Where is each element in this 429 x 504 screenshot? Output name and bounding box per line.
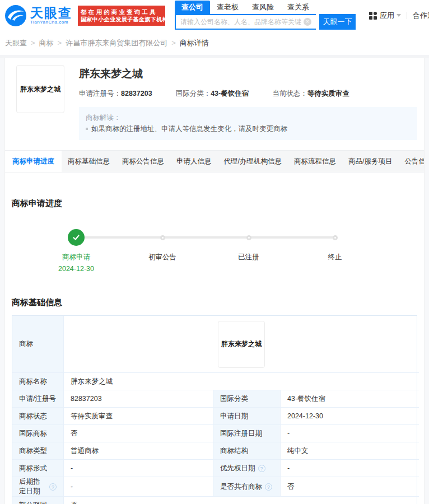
status-value: 等待实质审查 [307, 90, 349, 97]
row-label-name: 商标名称 [12, 373, 64, 390]
row-label-structure: 商标结构 [213, 442, 281, 460]
tab-goods-services[interactable]: 商品/服务项目 [342, 151, 398, 172]
top-header: 天眼查 TianYanCha.com 都在用的商业查询工具 国家中小企业发展子基… [0, 0, 429, 31]
trademark-image[interactable]: 胖东来梦之城 [218, 321, 265, 368]
breadcrumb: 天眼查 > 商标 > 许昌市胖东来商贸集团有限公司 > 商标详情 [0, 31, 429, 55]
row-value-intl-reg-date: - [281, 425, 419, 442]
breadcrumb-separator: > [31, 39, 35, 47]
step-label: 商标申请 [62, 253, 90, 262]
slogan-line2: 国家中小企业发展子基金旗下机构 [81, 16, 162, 24]
trademark-image-text: 胖东来梦之城 [221, 339, 262, 349]
tab-agency-info[interactable]: 代理/办理机构信息 [218, 151, 288, 172]
row-label-co-owned: 是否共有商标 [213, 477, 281, 497]
search-button[interactable]: 天眼一下 [319, 14, 356, 30]
trademark-image-text: 胖东来梦之城 [20, 85, 60, 94]
row-value-status: 等待实质审查 [64, 408, 213, 425]
step-circle-icon [333, 235, 338, 240]
basic-info-heading: 商标基础信息 [5, 297, 424, 308]
breadcrumb-separator: > [171, 39, 176, 47]
row-value-later-designation-date: - [64, 477, 213, 497]
cooperation-menu-label: 合作通道 [413, 11, 429, 21]
row-label-intl-reg-date: 国际注册日期 [213, 425, 281, 442]
row-label-type: 商标类型 [12, 442, 64, 460]
tianyancha-logo[interactable]: 天眼查 TianYanCha.com [4, 4, 72, 27]
note-body: 如果商标的注册地址、申请人等信息发生变化，请及时变更商标 [91, 123, 287, 134]
header-right-links: 应用 合作通道 企业 [363, 11, 429, 21]
basic-info-table: 商标 胖东来梦之城 商标名称 胖东来梦之城 申请/注册号 82837203 国际… [12, 315, 417, 504]
application-progress-section: 商标申请进度 商标申请 2024-12-30 初审公告 [5, 172, 424, 273]
row-value-name: 胖东来梦之城 [64, 373, 419, 390]
row-label-status: 商标状态 [12, 408, 64, 425]
tab-applicant-info[interactable]: 申请人信息 [170, 151, 218, 172]
page-title: 胖东来梦之城 [79, 67, 417, 81]
row-value-partial-rejection: 否 [64, 497, 419, 504]
row-value-trademark-image: 胖东来梦之城 [64, 316, 419, 373]
help-icon[interactable] [265, 483, 272, 491]
row-label-intl-trademark: 国际商标 [12, 425, 64, 442]
row-label-intl-class: 国际分类 [213, 390, 281, 408]
trademark-summary: 胖东来梦之城 胖东来梦之城 申请注册号：82837203 国际分类：43-餐饮住… [5, 58, 424, 150]
tab-gazette-info[interactable]: 公告信息 [398, 151, 424, 172]
content-card: 胖东来梦之城 胖东来梦之城 申请注册号：82837203 国际分类：43-餐饮住… [4, 58, 425, 504]
logo-text-en: TianYanCha.com [30, 20, 72, 25]
breadcrumb-home[interactable]: 天眼查 [5, 38, 27, 48]
row-label-later-designation-date: 后期指定日期 [12, 477, 64, 497]
tab-process-info[interactable]: 商标流程信息 [288, 151, 342, 172]
bullet-icon [86, 128, 88, 130]
status-label: 当前状态： [272, 90, 307, 97]
logo-text-cn: 天眼查 [30, 6, 72, 20]
row-label-apply-date: 申请日期 [213, 408, 281, 425]
step-registered: 已注册 [206, 229, 292, 273]
search-tabs: 查公司 查老板 查风险 查关系 [175, 1, 356, 14]
breadcrumb-company[interactable]: 许昌市胖东来商贸集团有限公司 [66, 38, 167, 48]
apps-menu[interactable]: 应用 [363, 11, 407, 21]
row-value-priority-date: - [281, 460, 419, 477]
summary-fields: 申请注册号：82837203 国际分类：43-餐饮住宿 当前状态：等待实质审查 [79, 89, 417, 99]
row-value-type: 普通商标 [64, 442, 213, 460]
trademark-image: 胖东来梦之城 [16, 65, 64, 113]
search-tab-relation[interactable]: 查关系 [281, 1, 316, 14]
breadcrumb-separator: > [58, 39, 62, 47]
search-tab-company[interactable]: 查公司 [175, 1, 210, 14]
row-value-intl-class: 43-餐饮住宿 [281, 390, 419, 408]
tab-application-progress[interactable]: 商标申请进度 [5, 151, 62, 172]
step-label: 初审公告 [148, 253, 176, 262]
step-circle-icon [160, 235, 165, 240]
row-value-intl-trademark: 否 [64, 425, 213, 442]
help-icon[interactable] [258, 465, 265, 472]
breadcrumb-current: 商标详情 [180, 38, 209, 48]
tab-basic-info[interactable]: 商标基础信息 [62, 151, 116, 172]
chevron-down-icon [397, 14, 401, 17]
progress-heading: 商标申请进度 [5, 198, 424, 209]
search-tab-boss[interactable]: 查老板 [210, 1, 245, 14]
row-value-reg-number: 82837203 [64, 390, 213, 408]
step-label: 终止 [328, 253, 342, 262]
step-trademark-application: 商标申请 2024-12-30 [33, 229, 119, 273]
row-value-form: - [64, 460, 213, 477]
step-circle-icon [246, 235, 251, 240]
row-label-trademark: 商标 [12, 316, 64, 373]
search-block: 查公司 查老板 查风险 查关系 天眼一下 [175, 1, 356, 30]
detail-tabbar: 商标申请进度 商标基础信息 商标公告信息 申请人信息 代理/办理机构信息 商标流… [5, 150, 424, 172]
clear-search-icon[interactable] [304, 18, 311, 26]
tab-announcement-info[interactable]: 商标公告信息 [116, 151, 170, 172]
basic-info-section: 商标基础信息 商标 胖东来梦之城 商标名称 胖东来梦之城 申请/注册号 8283… [5, 273, 424, 504]
step-date: 2024-12-30 [58, 265, 94, 273]
intl-class-value: 43-餐饮住宿 [211, 90, 249, 97]
breadcrumb-trademark[interactable]: 商标 [39, 38, 54, 48]
cooperation-menu[interactable]: 合作通道 [407, 11, 429, 21]
search-tab-risk[interactable]: 查风险 [245, 1, 281, 14]
check-icon [68, 229, 85, 246]
row-value-co-owned: 否 [281, 477, 419, 497]
note-title: 商标解读： [86, 112, 411, 123]
search-input[interactable] [175, 14, 316, 30]
row-label-partial-rejection: 部分驳回 [12, 497, 64, 504]
apps-menu-label: 应用 [380, 11, 394, 21]
row-label-priority-date: 优先权日期 [213, 460, 281, 477]
row-label-reg-number: 申请/注册号 [12, 390, 64, 408]
intl-class-label: 国际分类： [176, 90, 211, 97]
slogan-badge: 都在用的商业查询工具 国家中小企业发展子基金旗下机构 [78, 6, 165, 26]
reg-number-label: 申请注册号： [79, 90, 121, 97]
row-value-structure: 纯中文 [281, 442, 419, 460]
help-icon[interactable] [49, 483, 57, 491]
